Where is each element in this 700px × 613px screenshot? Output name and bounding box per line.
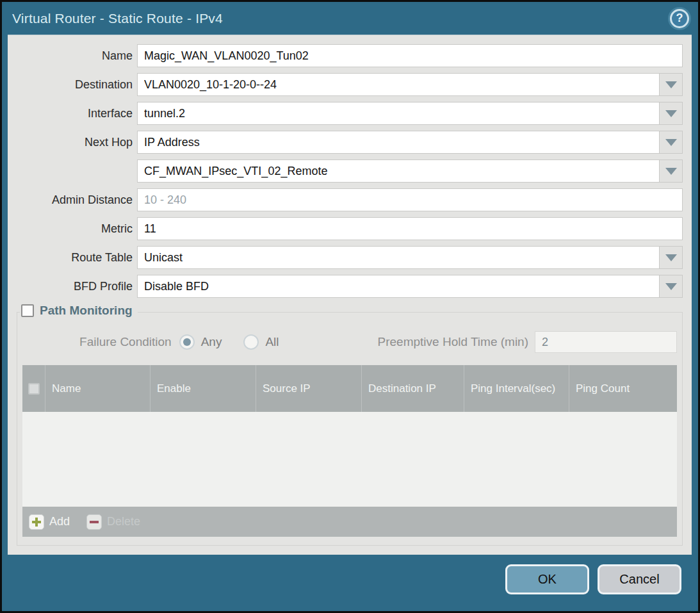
interface-dropdown-button[interactable] — [660, 102, 683, 125]
metric-label: Metric — [17, 222, 133, 236]
failure-condition-radio-group: Any All — [179, 334, 301, 350]
plus-icon — [29, 514, 44, 530]
radio-any-circle[interactable] — [179, 334, 195, 350]
column-header-source-ip[interactable]: Source IP — [256, 365, 362, 412]
chevron-down-icon — [665, 110, 677, 117]
next-hop-type-dropdown-button[interactable] — [660, 131, 683, 154]
preemptive-hold-time-label: Preemptive Hold Time (min) — [378, 335, 528, 349]
preemptive-hold-time-input[interactable] — [535, 331, 677, 353]
form-row-route-table: Route Table — [17, 246, 683, 269]
form-row-metric: Metric — [17, 217, 683, 240]
bfd-profile-label: BFD Profile — [17, 280, 133, 293]
column-header-enable[interactable]: Enable — [151, 365, 256, 412]
titlebar: Virtual Router - Static Route - IPv4 ? — [2, 2, 698, 35]
path-monitoring-checkbox[interactable] — [21, 304, 34, 317]
dialog-footer: OK Cancel — [505, 564, 681, 594]
chevron-down-icon — [665, 283, 677, 290]
name-label: Name — [17, 49, 133, 63]
radio-any-label: Any — [201, 335, 222, 349]
cancel-button[interactable]: Cancel — [598, 564, 681, 594]
destination-input[interactable] — [137, 73, 660, 96]
bfd-profile-dropdown-button[interactable] — [660, 275, 683, 298]
admin-distance-label: Admin Distance — [17, 193, 133, 207]
route-table-input[interactable] — [137, 246, 660, 269]
delete-button[interactable]: Delete — [86, 514, 140, 530]
radio-all[interactable]: All — [243, 334, 279, 350]
form-row-next-hop: Next Hop — [17, 131, 683, 154]
table-toolbar: Add Delete — [22, 507, 677, 537]
form-row-bfd-profile: BFD Profile — [17, 275, 683, 298]
interface-input[interactable] — [137, 102, 660, 125]
chevron-down-icon — [665, 139, 677, 146]
table-header-row: Name Enable Source IP Destination IP Pin… — [22, 365, 677, 412]
path-monitoring-title: Path Monitoring — [40, 304, 133, 318]
column-header-destination-ip[interactable]: Destination IP — [362, 365, 464, 412]
help-icon[interactable]: ? — [670, 9, 689, 28]
form-row-next-hop-address — [17, 159, 683, 183]
bfd-profile-input[interactable] — [137, 275, 660, 298]
column-header-ping-count[interactable]: Ping Count — [569, 365, 677, 412]
route-table-dropdown-button[interactable] — [660, 246, 683, 269]
route-table-label: Route Table — [17, 251, 133, 265]
radio-any[interactable]: Any — [179, 334, 222, 350]
next-hop-type-input[interactable] — [137, 131, 660, 154]
radio-dot — [183, 338, 191, 346]
next-hop-address-input[interactable] — [137, 159, 660, 183]
dialog-window: Virtual Router - Static Route - IPv4 ? N… — [0, 0, 700, 613]
destination-label: Destination — [17, 78, 133, 92]
chevron-down-icon — [665, 168, 677, 175]
form-row-name: Name — [17, 44, 683, 67]
dialog-body: Name Destination Interface — [8, 35, 692, 555]
column-header-name[interactable]: Name — [45, 365, 151, 412]
add-button-label: Add — [49, 515, 70, 528]
path-monitoring-header: Path Monitoring — [20, 304, 138, 318]
delete-button-label: Delete — [107, 515, 140, 528]
table-select-all-cell — [22, 365, 45, 412]
next-hop-address-dropdown-button[interactable] — [660, 159, 683, 183]
chevron-down-icon — [665, 81, 677, 88]
path-monitoring-section: Path Monitoring Failure Condition Any Al… — [17, 312, 683, 546]
radio-all-circle[interactable] — [243, 334, 259, 350]
ok-button[interactable]: OK — [505, 564, 589, 594]
destination-dropdown-button[interactable] — [660, 73, 683, 96]
form-row-interface: Interface — [17, 102, 683, 125]
add-button[interactable]: Add — [29, 514, 70, 530]
radio-all-label: All — [265, 335, 279, 349]
name-input[interactable] — [137, 44, 683, 67]
path-monitoring-table: Name Enable Source IP Destination IP Pin… — [22, 365, 677, 537]
select-all-checkbox[interactable] — [28, 383, 40, 395]
admin-distance-input[interactable] — [137, 188, 683, 211]
failure-condition-row: Failure Condition Any All Preemptive Hol… — [22, 331, 677, 354]
next-hop-label: Next Hop — [17, 136, 133, 149]
metric-input[interactable] — [137, 217, 683, 240]
dialog-title: Virtual Router - Static Route - IPv4 — [12, 11, 670, 26]
form-row-destination: Destination — [17, 73, 683, 96]
interface-label: Interface — [17, 107, 133, 120]
column-header-ping-interval[interactable]: Ping Interval(sec) — [464, 365, 569, 412]
chevron-down-icon — [665, 254, 677, 261]
table-body-empty — [22, 412, 677, 507]
form-row-admin-distance: Admin Distance — [17, 188, 683, 211]
minus-icon — [86, 514, 102, 530]
failure-condition-label: Failure Condition — [22, 335, 172, 349]
